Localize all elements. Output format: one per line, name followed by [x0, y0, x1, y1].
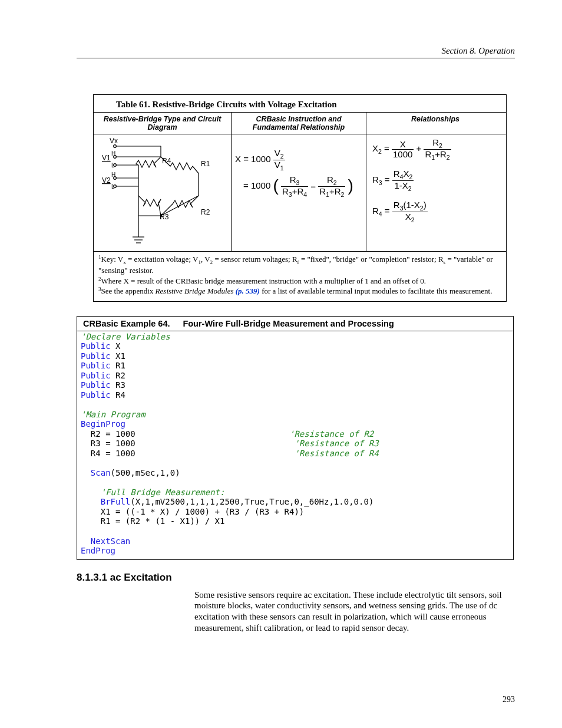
svg-text:L: L	[111, 183, 115, 190]
section-body: Some resistive sensors require ac excita…	[194, 589, 505, 634]
table61-row: Vx V1 H L V2 H	[94, 134, 506, 252]
table61-col1-header: Resistive-Bridge Type and Circuit Diagra…	[94, 113, 232, 134]
svg-line-34	[161, 196, 199, 216]
svg-point-1	[114, 145, 117, 148]
svg-text:Vx: Vx	[110, 137, 118, 145]
svg-text:H: H	[111, 172, 115, 178]
svg-text:L: L	[111, 162, 115, 169]
svg-text:R4: R4	[162, 157, 171, 165]
table61-title: Table 61. Resistive-Bridge Circuits with…	[94, 95, 506, 112]
note2: 2Where X = result of the CRBasic bridge …	[98, 276, 501, 286]
header-rule	[77, 58, 515, 58]
example64-code: 'Declare Variables Public X Public X1 Pu…	[77, 331, 513, 559]
table61-col3-header: Relationships	[366, 113, 504, 134]
example64: CRBasic Example 64. Four-Wire Full-Bridg…	[77, 316, 514, 560]
table61: Table 61. Resistive-Bridge Circuits with…	[93, 94, 507, 302]
header-section: Section 8. Operation	[441, 46, 515, 56]
table61-headers: Resistive-Bridge Type and Circuit Diagra…	[94, 112, 506, 134]
table61-col2-header: CRBasic Instruction and Fundamental Rela…	[232, 113, 366, 134]
note3: 3See the appendix Resistive Bridge Modul…	[98, 286, 501, 297]
relationships-cell: X2 = X1000 + R2R1+R2 R3 = R4X21-X2 R4 = …	[366, 134, 504, 251]
svg-text:V1: V1	[102, 154, 111, 162]
note1: 1Key: Vx = excitation voltage; V1, V2 = …	[98, 254, 501, 276]
svg-text:R1: R1	[201, 160, 210, 168]
svg-text:V2: V2	[102, 176, 111, 185]
page-link[interactable]: (p. 539)	[236, 286, 260, 295]
svg-text:R2: R2	[201, 208, 210, 216]
example64-title: Four-Wire Full-Bridge Measurement and Pr…	[183, 319, 394, 328]
example64-label: CRBasic Example 64.	[83, 319, 170, 328]
table61-notes: 1Key: Vx = excitation voltage; V1, V2 = …	[94, 252, 506, 301]
page-number: 293	[503, 695, 515, 704]
bridge-circuit-diagram: Vx V1 H L V2 H	[97, 137, 228, 249]
circuit-diagram-cell: Vx V1 H L V2 H	[94, 134, 232, 251]
svg-text:H: H	[111, 150, 115, 157]
instruction-cell: X = 1000 V2V1 = 1000 ( R3R3+R4 − R2R1+R2…	[232, 134, 366, 251]
section-heading: 8.1.3.1 ac Excitation	[77, 572, 515, 584]
example64-title-row: CRBasic Example 64. Four-Wire Full-Bridg…	[77, 317, 513, 331]
